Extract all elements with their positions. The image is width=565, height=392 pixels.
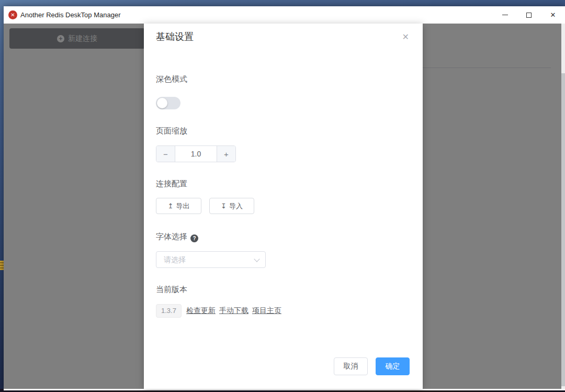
scrollbar-thumb[interactable] [561,73,565,386]
download-icon: ↧ [221,202,227,210]
zoom-stepper: − 1.0 + [156,145,236,162]
upload-icon: ↥ [168,202,174,210]
page-zoom-label: 页面缩放 [156,126,187,136]
version-badge: 1.3.7 [156,304,182,318]
export-label: 导出 [176,201,189,211]
dark-mode-label: 深色模式 [156,74,187,84]
check-update-link[interactable]: 检查更新 [186,306,216,316]
version-label: 当前版本 [156,285,187,295]
connection-config-label: 连接配置 [156,179,187,189]
maximize-icon [526,13,532,18]
import-button[interactable]: ↧ 导入 [209,198,254,214]
dialog-title: 基础设置 [156,30,194,43]
import-label: 导入 [229,201,243,211]
font-select-dropdown[interactable]: 请选择 [156,251,266,268]
dialog-close-icon[interactable]: ✕ [402,32,409,42]
close-icon: ✕ [550,12,556,18]
cancel-button[interactable]: 取消 [334,357,368,375]
app-title: Another Redis DeskTop Manager [20,6,121,24]
settings-dialog: 基础设置 ✕ 深色模式 页面缩放 − 1.0 + 连接配置 ↥ 导出 ↧ 导入 … [144,24,423,389]
project-homepage-link[interactable]: 项目主页 [252,306,281,316]
maximize-button[interactable] [517,6,541,24]
version-row: 1.3.7 检查更新 手动下载 项目主页 [156,304,281,318]
help-question-icon[interactable]: ? [190,234,198,242]
zoom-decrease-button[interactable]: − [156,146,175,162]
font-select-label-text: 字体选择 [156,232,187,241]
close-window-button[interactable]: ✕ [541,6,565,24]
wallpaper-detail [0,261,4,270]
titlebar: ✕ Another Redis DeskTop Manager ✕ [4,6,565,24]
confirm-button[interactable]: 确定 [376,357,410,375]
chevron-down-icon [254,256,259,262]
export-button[interactable]: ↥ 导出 [156,198,201,214]
scrollbar-track[interactable] [561,24,565,389]
minimize-button[interactable] [493,6,517,24]
font-select-label: 字体选择? [156,232,198,242]
minimize-icon [502,15,508,15]
window-controls: ✕ [493,6,565,24]
zoom-value-input[interactable]: 1.0 [175,146,217,162]
select-placeholder: 请选择 [164,252,186,267]
version-links: 检查更新 手动下载 项目主页 [186,306,281,316]
zoom-increase-button[interactable]: + [217,146,235,162]
desktop-wallpaper: ✕ Another Redis DeskTop Manager ✕ + 新建连接 [0,0,565,392]
app-logo-icon: ✕ [8,10,17,19]
toggle-knob [157,98,167,108]
manual-download-link[interactable]: 手动下载 [219,306,248,316]
dark-mode-toggle[interactable] [156,97,180,109]
